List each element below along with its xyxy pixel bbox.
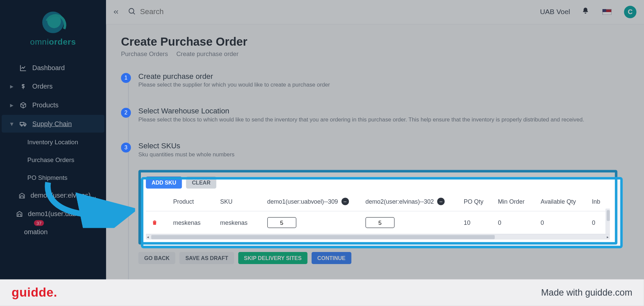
- brand-pre: omni: [30, 37, 49, 46]
- dollar-icon: [19, 83, 28, 90]
- th-loc2: demo2(user:elvinas)--302–: [362, 192, 460, 211]
- notifications-button[interactable]: [582, 7, 589, 16]
- sidebar-item-demo2[interactable]: demo2(user:elvinas)...: [2, 187, 104, 204]
- svg-rect-0: [20, 122, 24, 124]
- topbar: UAB Voel C: [106, 0, 644, 24]
- page-content: Create Purchase Order Purchase Orders Cr…: [106, 24, 644, 282]
- brand-logo-icon: [42, 12, 64, 33]
- step-body: Select SKUs Sku quantities must be whole…: [139, 142, 629, 264]
- th-sku: SKU: [217, 192, 264, 211]
- sidebar-item-label: omation: [24, 228, 48, 236]
- sidebar-item-automation[interactable]: omation 37: [2, 223, 104, 241]
- sku-table-scroll[interactable]: Product SKU demo1(user:uabvoel)--309– de…: [146, 192, 610, 234]
- cell-available: 0: [537, 211, 589, 234]
- step-subtitle: Sku quantities must be whole numbers: [139, 151, 603, 157]
- warehouse-icon: [18, 192, 25, 199]
- delete-row-button[interactable]: [149, 217, 160, 228]
- cell-sku: meskenas: [217, 211, 264, 234]
- dot-icon: .: [54, 286, 57, 299]
- sidebar-item-supply-chain[interactable]: ▾ Supply Chain: [2, 115, 104, 133]
- breadcrumb-item: Create purchase order: [176, 50, 238, 57]
- caret-right-icon: ▸: [10, 83, 14, 90]
- remove-column-icon[interactable]: –: [341, 198, 348, 205]
- user-avatar[interactable]: C: [624, 6, 636, 18]
- skip-delivery-button[interactable]: SKIP DELIVERY SITES: [238, 252, 308, 264]
- truck-icon: [19, 120, 28, 128]
- sidebar-item-label: Purchase Orders: [28, 156, 74, 163]
- wizard-actions: GO BACK SAVE AS DRAFT SKIP DELIVERY SITE…: [139, 252, 629, 264]
- breadcrumb-item[interactable]: Purchase Orders: [121, 50, 168, 57]
- brand-post: orders: [49, 37, 76, 46]
- add-sku-button[interactable]: ADD SKU: [146, 176, 182, 189]
- th-minorder: Min Order: [494, 192, 537, 211]
- scroll-thumb[interactable]: [151, 235, 495, 239]
- warehouse-icon: [16, 211, 23, 217]
- th-available: Available Qty: [537, 192, 589, 211]
- org-name[interactable]: UAB Voel: [540, 8, 570, 16]
- sidebar-item-demo1[interactable]: demo1(user:uabvoel)...: [2, 205, 104, 222]
- th-loc1: demo1(user:uabvoel)--309–: [264, 192, 362, 211]
- sku-toolbar: ADD SKU CLEAR: [146, 176, 610, 189]
- step-text: Create purchase order Please select the …: [139, 72, 330, 88]
- search-icon: [127, 7, 136, 17]
- horizontal-scrollbar[interactable]: ◂ ▸: [146, 234, 610, 239]
- sidebar-sub-po-shipments[interactable]: PO Shipments: [2, 169, 104, 186]
- sidebar-item-orders[interactable]: ▸ Orders: [2, 78, 104, 95]
- caret-down-icon: ▾: [10, 120, 14, 128]
- sidebar-item-label: Orders: [32, 83, 52, 90]
- sidebar-item-label: Products: [32, 101, 58, 109]
- cell-minorder: 0: [494, 211, 537, 234]
- th-poqty: PO Qty: [460, 192, 494, 211]
- made-with-text: Made with guidde.com: [541, 287, 632, 298]
- remove-column-icon[interactable]: –: [437, 198, 444, 205]
- sidebar-item-label: PO Shipments: [28, 174, 67, 181]
- page-title: Create Purchase Order: [121, 35, 629, 48]
- sidebar-item-label: Supply Chain: [32, 120, 72, 128]
- sidebar-item-label: demo2(user:elvinas)...: [31, 192, 96, 199]
- guidde-footer: guidde. Made with guidde.com: [0, 279, 644, 306]
- sku-table-card: ADD SKU CLEAR: [139, 170, 618, 244]
- svg-point-3: [129, 8, 134, 13]
- step-subtitle: Please select the blocs to which would l…: [139, 116, 584, 123]
- step-3: 3 Select SKUs Sku quantities must be who…: [121, 142, 629, 264]
- step-number: 2: [121, 108, 131, 118]
- sidebar-sub-purchase-orders[interactable]: Purchase Orders: [2, 151, 104, 168]
- sidebar-item-dashboard[interactable]: Dashboard: [2, 59, 104, 77]
- sidebar: omniorders Dashboard ▸ Orders: [0, 0, 106, 282]
- go-back-button[interactable]: GO BACK: [139, 252, 175, 264]
- sku-table: Product SKU demo1(user:uabvoel)--309– de…: [146, 192, 610, 234]
- brand-block: omniorders: [0, 6, 106, 59]
- clear-skus-button[interactable]: CLEAR: [186, 176, 216, 189]
- sidebar-item-label: Inventory Location: [28, 139, 78, 146]
- scroll-left-icon[interactable]: ◂: [146, 234, 151, 240]
- step-title: Create purchase order: [139, 72, 330, 81]
- save-draft-button[interactable]: SAVE AS DRAFT: [179, 252, 234, 264]
- sidebar-item-label: Dashboard: [32, 64, 65, 71]
- svg-point-1: [21, 125, 22, 126]
- vertical-scrollbar[interactable]: [605, 208, 610, 234]
- cell-product: meskenas: [170, 211, 217, 234]
- chart-line-icon: [19, 64, 28, 71]
- step-1: 1 Create purchase order Please select th…: [121, 72, 629, 88]
- sidebar-collapse-button[interactable]: [109, 5, 123, 19]
- sidebar-item-label: demo1(user:uabvoel)...: [28, 210, 96, 217]
- scroll-right-icon[interactable]: ▸: [605, 234, 610, 240]
- search-input[interactable]: [140, 8, 256, 16]
- svg-point-2: [24, 125, 25, 126]
- locale-flag-icon[interactable]: [602, 9, 611, 15]
- qty-input-loc2[interactable]: [365, 217, 394, 228]
- th-label: demo1(user:uabvoel)--309: [267, 198, 338, 205]
- step-2: 2 Select Warehouse Location Please selec…: [121, 107, 629, 122]
- th-inbound: Inb: [589, 192, 610, 211]
- sidebar-nav: Dashboard ▸ Orders ▸ Products: [0, 59, 106, 241]
- step-title: Select SKUs: [139, 142, 629, 150]
- step-subtitle: Please select the supplier for which you…: [139, 82, 330, 88]
- sidebar-item-products[interactable]: ▸ Products: [2, 96, 104, 114]
- sidebar-sub-inventory-location[interactable]: Inventory Location: [2, 134, 104, 151]
- breadcrumb: Purchase Orders Create purchase order: [121, 50, 629, 57]
- continue-button[interactable]: CONTINUE: [312, 252, 351, 264]
- cube-icon: [19, 102, 28, 108]
- scroll-thumb[interactable]: [606, 210, 610, 221]
- qty-input-loc1[interactable]: [267, 217, 296, 228]
- th-delete: [146, 192, 170, 211]
